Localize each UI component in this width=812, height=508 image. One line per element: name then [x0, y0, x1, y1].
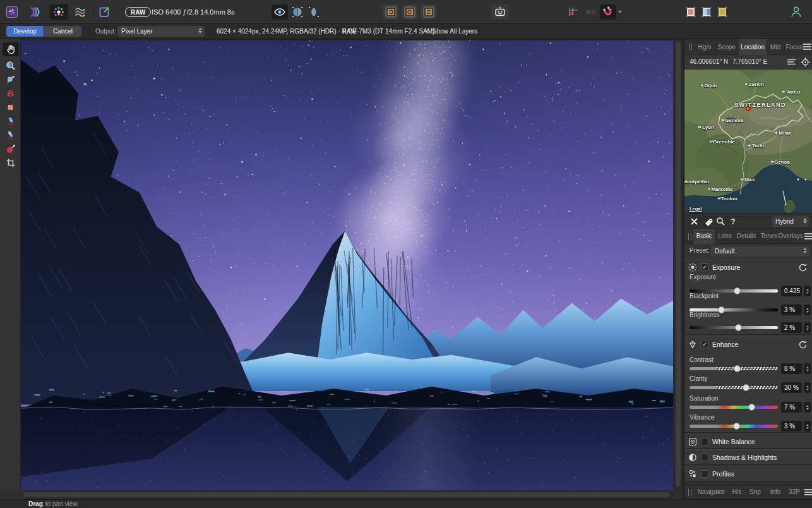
map-legal-link[interactable]: Legal	[690, 206, 702, 212]
panel-menu-icon[interactable]	[803, 44, 811, 51]
slider-thumb[interactable]	[733, 423, 740, 430]
slider-thumb[interactable]	[743, 384, 749, 391]
panel-menu-icon[interactable]	[804, 233, 812, 240]
value-stepper-icon[interactable]	[804, 322, 811, 333]
clarity-slider[interactable]	[690, 386, 778, 389]
remove-pin-icon[interactable]	[688, 216, 700, 227]
tab-hgm[interactable]: Hgm	[696, 39, 713, 55]
enhance-enabled-checkbox[interactable]	[701, 341, 708, 348]
view-hand-tool-icon[interactable]	[3, 42, 19, 56]
location-list-icon[interactable]	[787, 58, 796, 66]
brightness-value[interactable]: 2 %	[781, 322, 802, 333]
panel-grip-icon[interactable]	[689, 44, 692, 51]
value-stepper-icon[interactable]	[804, 286, 811, 296]
slider-thumb[interactable]	[734, 287, 741, 294]
tag-icon[interactable]	[702, 216, 713, 227]
tab-details[interactable]: Details	[735, 229, 758, 244]
value-stepper-icon[interactable]	[804, 382, 811, 393]
blackpoint-value[interactable]: 3 %	[781, 305, 802, 315]
snapping-grid-icon[interactable]	[567, 4, 580, 20]
tab-mtd[interactable]: Mtd	[767, 39, 784, 55]
tab-history[interactable]: His	[729, 485, 745, 500]
vertical-scrollbar-thumb[interactable]	[676, 42, 681, 487]
horizontal-scrollbar[interactable]	[21, 490, 673, 499]
tab-scope[interactable]: Scope	[715, 39, 739, 55]
preset-select[interactable]: Default	[711, 246, 809, 257]
contrast-slider[interactable]	[690, 367, 778, 370]
search-icon[interactable]	[715, 216, 726, 227]
tab-32p[interactable]: 32P	[785, 485, 803, 500]
white-balance-tool-icon[interactable]	[3, 73, 18, 86]
blemish-removal-tool-icon[interactable]	[3, 101, 18, 114]
shadows-highlights-enabled-checkbox[interactable]	[701, 454, 708, 461]
profiles-enabled-checkbox[interactable]	[701, 470, 708, 478]
zoom-tool-icon[interactable]	[3, 59, 18, 72]
snapping-options-chevron-icon[interactable]	[618, 11, 622, 13]
clone-rotate-icon[interactable]	[383, 4, 399, 20]
show-all-layers-label[interactable]: Show All Layers	[433, 28, 477, 35]
slider-thumb[interactable]	[748, 404, 755, 411]
photo-canvas[interactable]	[21, 39, 673, 490]
tab-info[interactable]: Info	[767, 485, 784, 500]
single-view-icon[interactable]	[272, 4, 288, 20]
brightness-slider[interactable]	[690, 326, 778, 329]
export-persona-icon[interactable]	[97, 4, 111, 20]
panel-menu-icon[interactable]	[804, 489, 812, 496]
crop-tool-icon[interactable]	[3, 157, 18, 169]
develop-button[interactable]: Develop	[6, 26, 44, 37]
vibrance-value[interactable]: 3 %	[781, 421, 802, 432]
contrast-value[interactable]: 8 %	[781, 363, 802, 374]
overlay-gradient-tool-icon[interactable]	[3, 143, 18, 155]
location-map[interactable]: Dijon Zurich Vaduz SWITZERLAND Geneva Ly…	[684, 70, 812, 213]
studio-yellow-icon[interactable]	[716, 4, 729, 20]
reset-icon[interactable]	[798, 340, 807, 349]
tab-snapshots[interactable]: Snp	[746, 485, 764, 500]
reset-icon[interactable]	[798, 263, 807, 272]
studio-red-icon[interactable]	[684, 4, 697, 20]
tab-lens[interactable]: Lens	[716, 229, 734, 244]
split-view-icon[interactable]	[290, 4, 304, 20]
value-stepper-icon[interactable]	[804, 305, 811, 315]
overlay-erase-tool-icon[interactable]	[3, 129, 18, 142]
vibrance-slider[interactable]	[690, 425, 778, 428]
horizontal-scrollbar-thumb[interactable]	[23, 492, 669, 497]
exposure-value[interactable]: 0.425	[781, 286, 802, 296]
exposure-enabled-checkbox[interactable]	[701, 263, 708, 271]
show-all-layers-check-icon[interactable]: ✓	[424, 27, 429, 34]
liquify-persona-icon[interactable]	[28, 4, 42, 20]
saturation-slider[interactable]	[690, 406, 778, 409]
value-stepper-icon[interactable]	[804, 363, 811, 374]
panel-grip-icon[interactable]	[688, 489, 691, 496]
map-mode-select[interactable]: Hybrid	[772, 216, 809, 227]
vertical-scrollbar[interactable]	[673, 39, 683, 490]
tab-location[interactable]: Location	[739, 39, 767, 55]
clone-flip-icon[interactable]	[421, 4, 437, 20]
saturation-value[interactable]: 7 %	[781, 402, 802, 413]
tone-mapping-persona-icon[interactable]	[73, 4, 87, 20]
panel-grip-icon[interactable]	[688, 233, 691, 240]
red-eye-removal-tool-icon[interactable]	[3, 87, 18, 100]
value-stepper-icon[interactable]	[804, 402, 811, 413]
tab-navigator[interactable]: Navigator	[695, 485, 727, 500]
clone-rotate-2-icon[interactable]	[402, 4, 418, 20]
tab-focus[interactable]: Focus	[784, 39, 804, 55]
cancel-button[interactable]: Cancel	[44, 26, 81, 37]
tab-overlays[interactable]: Overlays	[777, 229, 804, 244]
tab-basic[interactable]: Basic	[693, 229, 715, 244]
value-stepper-icon[interactable]	[804, 421, 811, 432]
output-select[interactable]: Pixel Layer	[117, 26, 205, 37]
assistant-robot-icon[interactable]	[491, 4, 509, 20]
clarity-value[interactable]: 30 %	[781, 382, 802, 393]
slider-thumb[interactable]	[734, 365, 741, 372]
account-person-icon[interactable]	[789, 4, 803, 20]
mirror-view-icon[interactable]	[307, 4, 321, 20]
locate-crosshair-icon[interactable]	[801, 57, 810, 67]
studio-blue-icon[interactable]	[700, 4, 713, 20]
snapping-candidates-icon[interactable]	[585, 4, 597, 20]
slider-thumb[interactable]	[735, 324, 742, 331]
develop-persona-icon[interactable]	[49, 4, 68, 20]
overlay-paint-tool-icon[interactable]	[3, 115, 18, 128]
help-icon[interactable]: ?	[727, 216, 739, 227]
photo-persona-icon[interactable]	[5, 4, 19, 20]
white-balance-enabled-checkbox[interactable]	[701, 438, 708, 445]
